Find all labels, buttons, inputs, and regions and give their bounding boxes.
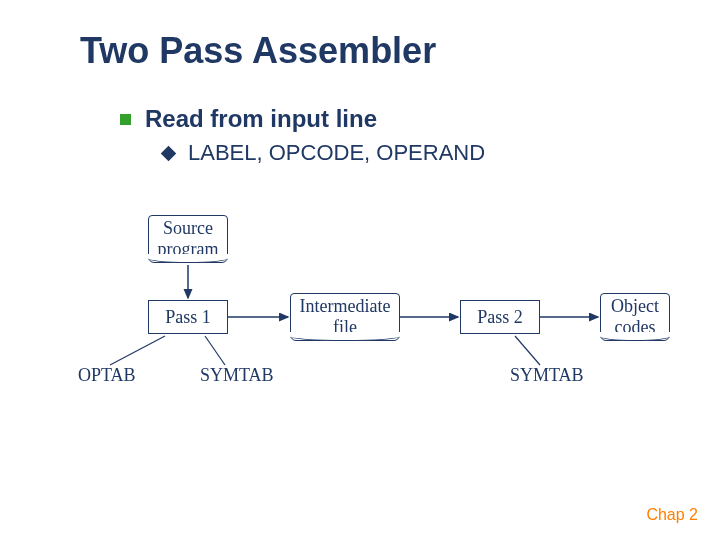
svg-line-5 bbox=[205, 336, 225, 365]
sub-bullet-text: LABEL, OPCODE, OPERAND bbox=[188, 140, 485, 166]
footer-chapter: Chap 2 bbox=[646, 506, 698, 524]
sub-bullet-row: LABEL, OPCODE, OPERAND bbox=[163, 140, 485, 166]
node-object-codes: Object codes bbox=[600, 293, 670, 341]
bullet-text: Read from input line bbox=[145, 105, 377, 133]
node-optab: OPTAB bbox=[78, 365, 136, 386]
svg-line-4 bbox=[110, 336, 165, 365]
square-bullet-icon bbox=[120, 114, 131, 125]
node-intermediate-file: Intermediate file bbox=[290, 293, 400, 341]
diamond-bullet-icon bbox=[161, 145, 177, 161]
bullet-row: Read from input line bbox=[120, 105, 377, 133]
node-symtab1: SYMTAB bbox=[200, 365, 274, 386]
diagram-connectors bbox=[0, 0, 720, 540]
node-symtab2: SYMTAB bbox=[510, 365, 584, 386]
node-pass2: Pass 2 bbox=[460, 300, 540, 334]
page-title: Two Pass Assembler bbox=[80, 30, 436, 72]
node-source-program: Source program bbox=[148, 215, 228, 263]
node-pass1: Pass 1 bbox=[148, 300, 228, 334]
svg-line-6 bbox=[515, 336, 540, 365]
